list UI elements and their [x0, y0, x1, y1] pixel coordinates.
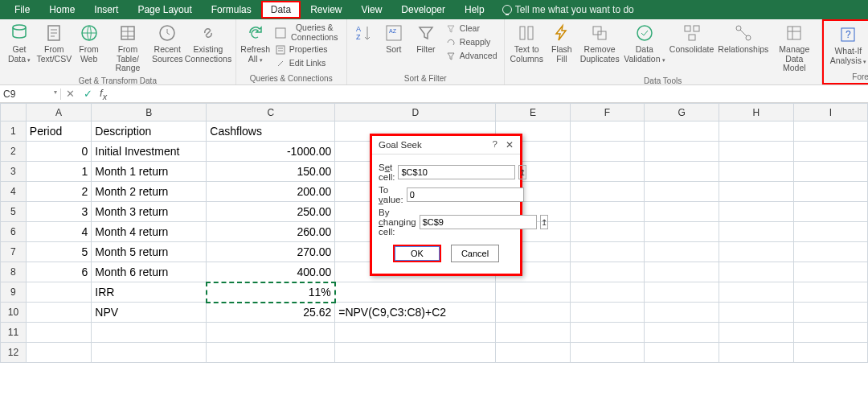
cell-B3[interactable]: Month 1 return	[92, 162, 207, 182]
cell-A9[interactable]	[26, 282, 92, 303]
btn-flash-fill[interactable]: Flash Fill	[546, 21, 578, 65]
row-header-11[interactable]: 11	[1, 323, 27, 343]
fx-icon[interactable]: fx	[96, 87, 110, 101]
tab-developer[interactable]: Developer	[391, 1, 455, 19]
name-box[interactable]: C9	[0, 89, 61, 100]
col-header-F[interactable]: F	[570, 104, 644, 122]
cell-C6[interactable]: 260.00	[207, 222, 335, 242]
btn-text-to-columns[interactable]: Text to Columns	[508, 21, 546, 65]
row-header-7[interactable]: 7	[1, 242, 27, 262]
worksheet[interactable]: A B C D E F G H I 1 Period Description C…	[0, 103, 868, 393]
set-cell-input[interactable]	[398, 165, 515, 179]
cell-B4[interactable]: Month 2 return	[92, 182, 207, 202]
btn-from-text[interactable]: From Text/CSV	[35, 21, 73, 65]
dialog-close-icon[interactable]: ✕	[506, 139, 514, 150]
row-header-3[interactable]: 3	[1, 162, 27, 182]
cancel-button[interactable]: Cancel	[451, 245, 499, 262]
col-header-E[interactable]: E	[496, 104, 571, 122]
btn-from-web[interactable]: From Web	[73, 21, 105, 65]
cell-C3[interactable]: 150.00	[207, 162, 335, 182]
cancel-formula-icon[interactable]: ✕	[61, 88, 79, 100]
btn-filter[interactable]: Filter	[410, 21, 442, 56]
row-header-9[interactable]: 9	[1, 282, 27, 303]
cell-C2[interactable]: -1000.00	[207, 142, 335, 162]
tab-home[interactable]: Home	[39, 1, 84, 19]
tab-review[interactable]: Review	[301, 1, 351, 19]
col-header-B[interactable]: B	[92, 104, 207, 122]
row-header-8[interactable]: 8	[1, 262, 27, 282]
cell-B10[interactable]: NPV	[92, 303, 207, 323]
btn-reapply[interactable]: Reapply	[442, 36, 501, 49]
row-header-4[interactable]: 4	[1, 182, 27, 202]
tab-help[interactable]: Help	[455, 1, 494, 19]
tab-file[interactable]: File	[5, 1, 39, 19]
btn-remove-duplicates[interactable]: Remove Duplicates	[578, 21, 622, 65]
cell-C1[interactable]: Cashflows	[207, 122, 335, 142]
cell-A1[interactable]: Period	[26, 122, 92, 142]
cell-A7[interactable]: 5	[26, 242, 92, 262]
tab-view[interactable]: View	[352, 1, 392, 19]
btn-sort[interactable]: AZSort	[378, 21, 410, 56]
tab-data[interactable]: Data	[261, 1, 301, 19]
col-header-D[interactable]: D	[335, 104, 496, 122]
row-header-1[interactable]: 1	[1, 122, 27, 142]
btn-properties[interactable]: Properties	[272, 43, 343, 56]
select-all-corner[interactable]	[1, 104, 27, 122]
to-value-input[interactable]	[407, 187, 524, 202]
cell-C9[interactable]: 11%	[207, 282, 335, 303]
dialog-help-icon[interactable]: ?	[493, 139, 497, 150]
collapse-icon[interactable]: ↥	[518, 165, 526, 179]
cell-A6[interactable]: 4	[26, 222, 92, 242]
cell-B6[interactable]: Month 4 return	[92, 222, 207, 242]
btn-advanced[interactable]: Advanced	[442, 50, 501, 63]
by-changing-input[interactable]	[420, 215, 537, 229]
row-header-5[interactable]: 5	[1, 202, 27, 222]
tab-insert[interactable]: Insert	[84, 1, 128, 19]
cell-B5[interactable]: Month 3 return	[92, 202, 207, 222]
cell-A8[interactable]: 6	[26, 262, 92, 282]
cell-B8[interactable]: Month 6 return	[92, 262, 207, 282]
btn-data-model[interactable]: Manage Data Model	[771, 21, 818, 75]
btn-relationships[interactable]: Relationships	[716, 21, 771, 56]
btn-get-data[interactable]: Get Data	[3, 21, 35, 65]
row-header-12[interactable]: 12	[1, 343, 27, 363]
cell-C7[interactable]: 270.00	[207, 242, 335, 262]
col-header-I[interactable]: I	[793, 104, 867, 122]
cell-A4[interactable]: 2	[26, 182, 92, 202]
btn-from-table[interactable]: From Table/ Range	[105, 21, 151, 75]
cell-B2[interactable]: Initial Investment	[92, 142, 207, 162]
btn-clear[interactable]: Clear	[442, 23, 501, 35]
cell-B9[interactable]: IRR	[92, 282, 207, 303]
col-header-H[interactable]: H	[719, 104, 793, 122]
ok-button[interactable]: OK	[393, 245, 441, 262]
btn-existing-conn[interactable]: Existing Connections	[184, 21, 231, 65]
cell-B7[interactable]: Month 5 return	[92, 242, 207, 262]
tab-formulas[interactable]: Formulas	[202, 1, 261, 19]
btn-what-if[interactable]: ?What-If Analysis	[827, 23, 868, 67]
btn-data-validation[interactable]: Data Validation	[621, 21, 667, 65]
cell-C8[interactable]: 400.00	[207, 262, 335, 282]
col-header-C[interactable]: C	[207, 104, 335, 122]
cell-C5[interactable]: 250.00	[207, 202, 335, 222]
cell-C10[interactable]: 25.62	[207, 303, 335, 323]
tab-page-layout[interactable]: Page Layout	[128, 1, 201, 19]
row-header-6[interactable]: 6	[1, 222, 27, 242]
cell-C4[interactable]: 200.00	[207, 182, 335, 202]
col-header-G[interactable]: G	[645, 104, 719, 122]
collapse-icon[interactable]: ↥	[540, 215, 548, 229]
row-header-10[interactable]: 10	[1, 303, 27, 323]
row-header-2[interactable]: 2	[1, 142, 27, 162]
btn-queries-connections[interactable]: Queries & Connections	[272, 23, 343, 43]
tell-me-search[interactable]: Tell me what you want to do	[502, 4, 634, 15]
cell-A3[interactable]: 1	[26, 162, 92, 182]
cell-A10[interactable]	[26, 303, 92, 323]
cell-A5[interactable]: 3	[26, 202, 92, 222]
col-header-A[interactable]: A	[26, 104, 92, 122]
btn-refresh-all[interactable]: Refresh All	[240, 21, 272, 65]
cell-D10[interactable]: =NPV(C9,C3:C8)+C2	[335, 303, 496, 323]
btn-recent-sources[interactable]: Recent Sources	[150, 21, 184, 65]
cell-B1[interactable]: Description	[92, 122, 207, 142]
cell-A2[interactable]: 0	[26, 142, 92, 162]
btn-consolidate[interactable]: Consolidate	[667, 21, 716, 56]
enter-formula-icon[interactable]: ✓	[79, 88, 96, 100]
